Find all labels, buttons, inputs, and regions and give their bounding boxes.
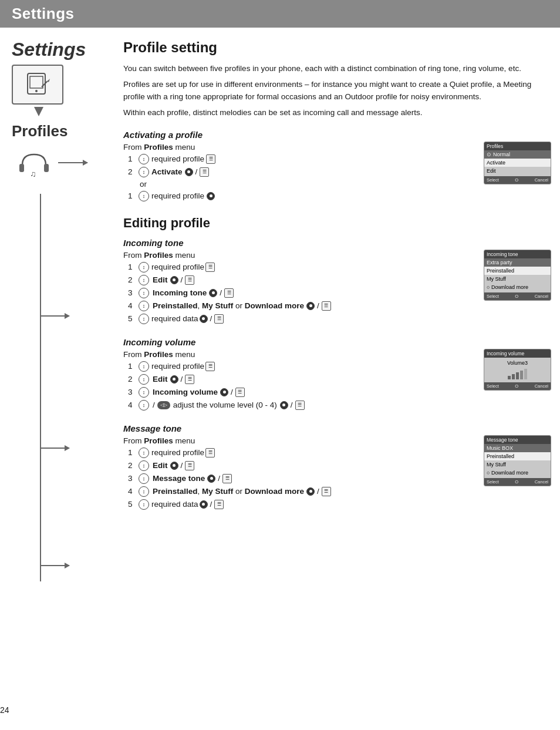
intro-para-3: Within each profile, distinct melodies c… (123, 107, 551, 119)
mt-step-2: 2 ↕ Edit / ☰ (128, 460, 477, 471)
message-tone-screen-mockup: Message tone Music BOX Preinstalled My S… (484, 435, 551, 486)
it-step-4: 4 ↕ Preinstalled, My Stuff or Download m… (128, 301, 477, 311)
incoming-tone-steps: 1 ↕ required profile ☰ 2 ↕ Edit / ☰ (128, 262, 477, 324)
activating-from-suffix: menu (173, 143, 195, 152)
svg-point-2 (35, 90, 38, 92)
it-step-3: 3 ↕ Incoming tone / ☰ (128, 288, 477, 298)
intro-para-1: You can switch between five profiles in … (123, 63, 551, 75)
step-2-activate: 2 ↕ Activate / ☰ (128, 167, 477, 177)
mt-step-3: 3 ↕ Message tone / ☰ (128, 473, 477, 484)
step-or: or (140, 180, 477, 189)
menu-icon: ☰ (206, 154, 215, 164)
iv-step-2: 2 ↕ Edit / ☰ (128, 374, 477, 385)
iv-step-3: 3 ↕ Incoming volume / ☰ (128, 387, 477, 398)
svg-rect-6 (44, 164, 49, 172)
it-step-1: 1 ↕ required profile ☰ (128, 262, 477, 273)
sidebar-settings-title: Settings (12, 39, 114, 60)
down-arrow-icon (34, 107, 43, 116)
nav-arrows-icon: ◁▷ (157, 401, 170, 409)
screen-item-edit: Edit (484, 167, 551, 175)
nav-circle-icon-2: ↕ (139, 167, 149, 177)
step-1-alt-activate: 1 ↕ required profile (128, 191, 477, 201)
incoming-volume-screen-mockup: Incoming volume Volume3 Select O Cancel (484, 349, 551, 391)
incoming-volume-section: Incoming volume From Profiles menu 1 ↕ r… (123, 337, 551, 413)
incoming-tone-subtitle: Incoming tone (123, 238, 477, 248)
activate-screen-mockup: Profiles ⊙ Normal Activate Edit Select O… (484, 142, 551, 184)
step-1-activate: 1 ↕ required profile ☰ (128, 154, 477, 164)
mt-step-4: 4 ↕ Preinstalled, My Stuff or Download m… (128, 486, 477, 497)
activating-from: From Profiles menu (123, 143, 477, 152)
iv-screen-bottom: Select O Cancel (484, 382, 551, 390)
profiles-label: Profiles (12, 122, 114, 140)
header-bar: Settings (0, 0, 560, 28)
activating-instructions: Activating a profile From Profiles menu … (123, 130, 477, 204)
intro-para-2: Profiles are set up for use in different… (123, 79, 551, 103)
message-tone-instructions: Message tone From Profiles menu 1 ↕ requ… (123, 423, 477, 512)
mt-screen-bottom: Select O Cancel (484, 478, 551, 486)
select-btn-icon (185, 168, 193, 176)
mt-screen-title: Message tone (484, 436, 551, 444)
incoming-volume-steps: 1 ↕ required profile ☰ 2 ↕ Edit / ☰ (128, 361, 477, 411)
iv-step-4: 4 ↕ / ◁▷ adjust the volume level (0 - 4)… (128, 400, 477, 411)
it-screen-title: Incoming tone (484, 250, 551, 258)
incoming-tone-from-bold: Profiles (144, 251, 173, 260)
it-step-5: 5 ↕ required data / ☰ (128, 314, 477, 324)
profiles-icon-row: ♫ (12, 146, 114, 179)
incoming-tone-section: Incoming tone From Profiles menu 1 ↕ req… (123, 238, 551, 327)
header-title: Settings (12, 5, 75, 23)
activating-subtitle: Activating a profile (123, 130, 477, 140)
mt-item-4: ○ Download more (484, 469, 551, 477)
activating-section: Activating a profile From Profiles menu … (123, 130, 551, 204)
activating-from-bold: Profiles (144, 143, 173, 152)
sidebar: Settings Profiles (0, 28, 114, 726)
screen-bottom-activate: Select O Cancel (484, 176, 551, 184)
mt-item-2: Preinstalled (484, 452, 551, 460)
menu-icon-2: ☰ (200, 167, 209, 177)
settings-icon-box (12, 65, 63, 105)
iv-step-1: 1 ↕ required profile ☰ (128, 361, 477, 372)
incoming-tone-instructions: Incoming tone From Profiles menu 1 ↕ req… (123, 238, 477, 327)
svg-rect-1 (30, 76, 43, 88)
profiles-arrow-line (58, 162, 87, 163)
incoming-tone-arrow (40, 315, 69, 317)
iv-screen-title: Incoming volume (484, 349, 551, 358)
volume-bars (484, 368, 551, 381)
incoming-volume-arrow (40, 448, 69, 449)
headphones-music-icon: ♫ (14, 147, 55, 178)
nav-circle-icon: ↕ (139, 154, 149, 164)
svg-marker-4 (48, 79, 50, 82)
profiles-icon: ♫ (12, 146, 56, 179)
editing-profile-title: Editing profile (123, 216, 551, 231)
incoming-volume-from: From Profiles menu (123, 350, 477, 359)
incoming-tone-screen-mockup: Incoming tone Extra party Preinstalled M… (484, 250, 551, 301)
it-item-3: My Stuff (484, 275, 551, 283)
mt-item-1: Music BOX (484, 444, 551, 452)
incoming-tone-from: From Profiles menu (123, 251, 477, 260)
screen-title-profiles: Profiles (484, 142, 551, 150)
profile-setting-title: Profile setting (123, 39, 551, 56)
it-item-2: Preinstalled (484, 267, 551, 275)
select-btn-icon-2 (207, 192, 215, 200)
incoming-volume-instructions: Incoming volume From Profiles menu 1 ↕ r… (123, 337, 477, 413)
content-area: Profile setting You can switch between f… (114, 28, 560, 726)
phone-edit-icon (23, 72, 52, 98)
screen-item-normal: ⊙ Normal (484, 150, 551, 159)
mt-step-5: 5 ↕ required data / ☰ (128, 499, 477, 510)
sel-btn (170, 276, 178, 284)
message-tone-section: Message tone From Profiles menu 1 ↕ requ… (123, 423, 551, 512)
it-screen-bottom: Select O Cancel (484, 292, 551, 300)
message-tone-arrow (40, 565, 69, 566)
it-step-2: 2 ↕ Edit / ☰ (128, 275, 477, 285)
message-tone-subtitle: Message tone (123, 423, 477, 433)
message-tone-from: From Profiles menu (123, 436, 477, 445)
it-item-4: ○ Download more (484, 283, 551, 291)
iv-vol-label: Volume3 (484, 358, 551, 368)
svg-text:♫: ♫ (30, 169, 36, 178)
svg-rect-5 (19, 164, 24, 172)
mt-item-3: My Stuff (484, 460, 551, 469)
it-item-1: Extra party (484, 258, 551, 267)
message-tone-steps: 1 ↕ required profile ☰ 2 ↕ Edit / ☰ (128, 448, 477, 510)
sidebar-vertical-line (40, 194, 41, 581)
incoming-volume-subtitle: Incoming volume (123, 337, 477, 347)
mt-step-1: 1 ↕ required profile ☰ (128, 448, 477, 458)
